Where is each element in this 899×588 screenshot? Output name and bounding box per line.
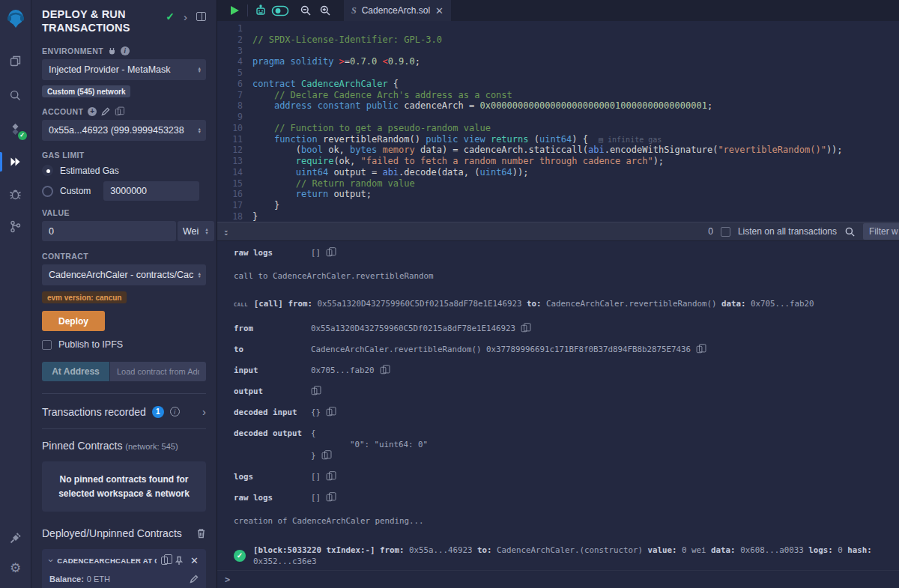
transactions-recorded-row[interactable]: Transactions recorded 1 i › — [42, 394, 206, 428]
plug-mini-icon[interactable] — [108, 47, 116, 55]
code-editor[interactable]: 12// SPDX-License-Identifier: GPL-3.034p… — [217, 21, 899, 222]
terminal-entry[interactable]: CALL[call] from: 0x55a1320D432759960C5Df… — [234, 298, 899, 311]
close-tab-icon[interactable]: ✕ — [435, 5, 444, 16]
add-account-icon[interactable]: + — [88, 107, 97, 116]
terminal-entry[interactable]: input0x705...fab20 — [234, 365, 899, 376]
estimated-gas-radio[interactable] — [42, 165, 53, 176]
terminal-output[interactable]: raw logs[]call to CadenceArchCaler.rever… — [217, 241, 899, 570]
line-number: 2 — [217, 34, 252, 46]
terminal-entry[interactable]: raw logs[] — [234, 492, 899, 503]
remix-logo[interactable] — [0, 4, 31, 33]
git-icon[interactable] — [0, 212, 31, 240]
tab-cadencearch-sol[interactable]: S CadenceArch.sol ✕ — [344, 0, 451, 21]
listen-all-checkbox[interactable] — [721, 227, 730, 237]
collapse-contract-chevron-icon[interactable]: › — [46, 560, 56, 563]
copy-icon[interactable] — [327, 409, 333, 416]
copy-account-icon[interactable] — [115, 109, 121, 115]
deployed-contracts-title: Deployed/Unpinned Contracts — [42, 527, 182, 539]
environment-select[interactable]: Injected Provider - MetaMask ▲▼ — [42, 59, 206, 80]
deploy-button[interactable]: Deploy — [42, 311, 105, 331]
zoom-out-icon[interactable] — [296, 0, 315, 21]
code-line: 7 // Declare Cadence Arch's address as a… — [217, 90, 899, 101]
network-badge: Custom (545) network — [42, 85, 130, 97]
edit-balance-icon[interactable] — [190, 575, 199, 584]
terminal-entry[interactable]: from0x55a1320D432759960C5Df0215a8dF78e1E… — [234, 323, 899, 334]
gas-limit-label: GAS LIMIT — [42, 151, 85, 160]
pinned-empty-message: No pinned contracts found for selected w… — [42, 461, 206, 512]
balance-label: Balance: — [49, 575, 84, 584]
copy-icon[interactable] — [521, 325, 527, 332]
balance-value: 0 ETH — [87, 575, 110, 584]
transactions-info-icon[interactable]: i — [170, 407, 180, 416]
remove-contract-icon[interactable]: ✕ — [190, 556, 199, 566]
terminal-filter-input[interactable] — [863, 223, 899, 240]
account-select[interactable]: 0x55a...46923 (999.9999453238 ▲▼ — [42, 120, 206, 141]
value-label: VALUE — [42, 208, 70, 217]
custom-gas-option[interactable]: Custom — [42, 181, 206, 201]
terminal-entry[interactable]: decoded output{ "0": "uint64: 0"} — [234, 428, 899, 461]
transactions-chevron-icon[interactable]: › — [202, 405, 206, 418]
copy-icon[interactable] — [327, 473, 333, 480]
contract-select[interactable]: CadenceArchCaler - contracts/Cac ▲▼ — [42, 264, 206, 285]
collapse-terminal-icon[interactable]: ⌄⌄ — [223, 228, 229, 235]
copy-icon[interactable] — [697, 346, 703, 353]
at-address-button[interactable]: At Address — [42, 362, 109, 381]
at-address-input[interactable] — [110, 362, 206, 381]
terminal-search-icon[interactable] — [844, 226, 856, 237]
terminal-entry[interactable]: call to CadenceArchCaler.revertibleRando… — [234, 270, 899, 282]
settings-gear-icon[interactable]: ⚙ — [0, 554, 31, 582]
terminal-entry[interactable]: output — [234, 386, 899, 397]
environment-info-icon[interactable]: i — [121, 46, 130, 55]
value-input[interactable] — [42, 221, 176, 241]
copy-icon[interactable] — [321, 452, 327, 459]
code-line: 11 function revertibleRandom() public vi… — [217, 134, 899, 145]
select-stepper-icon: ▲▼ — [198, 272, 202, 279]
env-ok-check-icon: ✓ — [166, 10, 175, 22]
clear-deployed-trash-icon[interactable] — [196, 528, 206, 539]
line-number: 11 — [217, 134, 252, 145]
transactions-recorded-label: Transactions recorded — [42, 406, 146, 418]
zoom-in-icon[interactable] — [315, 0, 335, 21]
copy-icon[interactable] — [380, 367, 386, 374]
code-line: 17 } — [217, 200, 899, 211]
value-unit-select[interactable]: Wei ▲▼ — [178, 221, 214, 241]
code-line: 3 — [217, 46, 899, 57]
copy-icon[interactable] — [327, 494, 333, 501]
compile-success-badge: ✓ — [18, 131, 27, 140]
terminal-entry[interactable]: toCadenceArchCaler.revertibleRandom() 0x… — [234, 344, 899, 355]
expand-chevron-icon[interactable]: › — [184, 11, 187, 22]
icon-rail: ✓ ⚙ — [0, 0, 31, 588]
terminal-entry[interactable]: ✓[block:5033220 txIndex:-] from: 0x55a..… — [234, 545, 899, 567]
terminal-prompt[interactable]: > — [217, 570, 899, 588]
evm-version-badge: evm version: cancun — [42, 291, 127, 303]
line-number: 13 — [217, 156, 252, 167]
terminal-entry[interactable]: logs[] — [234, 471, 899, 482]
edit-account-icon[interactable] — [101, 107, 110, 116]
plugin-manager-icon[interactable] — [0, 524, 31, 552]
copilot-toggle-icon[interactable] — [270, 0, 290, 21]
pin-contract-icon[interactable] — [175, 556, 184, 566]
code-line: 12 (bool ok, bytes memory data) = cadenc… — [217, 145, 899, 156]
estimated-gas-text: Estimated Gas — [60, 166, 119, 176]
publish-ipfs-checkbox[interactable] — [42, 340, 52, 350]
copy-icon[interactable] — [312, 388, 318, 395]
run-script-play-icon[interactable] — [225, 0, 244, 21]
solidity-compiler-icon[interactable]: ✓ — [0, 115, 31, 143]
estimated-gas-option[interactable]: Estimated Gas — [42, 165, 206, 176]
deploy-run-icon[interactable] — [0, 148, 31, 176]
publish-ipfs-option[interactable]: Publish to IPFS — [42, 339, 206, 350]
debugger-icon[interactable] — [0, 180, 31, 208]
deploy-run-panel: DEPLOY & RUN TRANSACTIONS ✓ › ENVIRONMEN… — [31, 0, 217, 588]
terminal-entry[interactable]: raw logs[] — [234, 247, 899, 258]
terminal-entry[interactable]: creation of CadenceArchCaler pending... — [234, 515, 899, 527]
pending-tx-count: 0 — [708, 226, 713, 237]
ai-assistant-robot-icon[interactable] — [251, 0, 270, 21]
terminal-entry[interactable]: decoded input{} — [234, 407, 899, 418]
custom-gas-input[interactable] — [103, 181, 199, 201]
search-icon[interactable] — [0, 81, 31, 109]
copy-contract-address-icon[interactable] — [161, 557, 168, 565]
file-explorer-icon[interactable] — [0, 46, 31, 75]
copy-icon[interactable] — [327, 249, 333, 256]
custom-gas-radio[interactable] — [42, 186, 53, 197]
pin-side-panel-icon[interactable] — [196, 12, 206, 21]
